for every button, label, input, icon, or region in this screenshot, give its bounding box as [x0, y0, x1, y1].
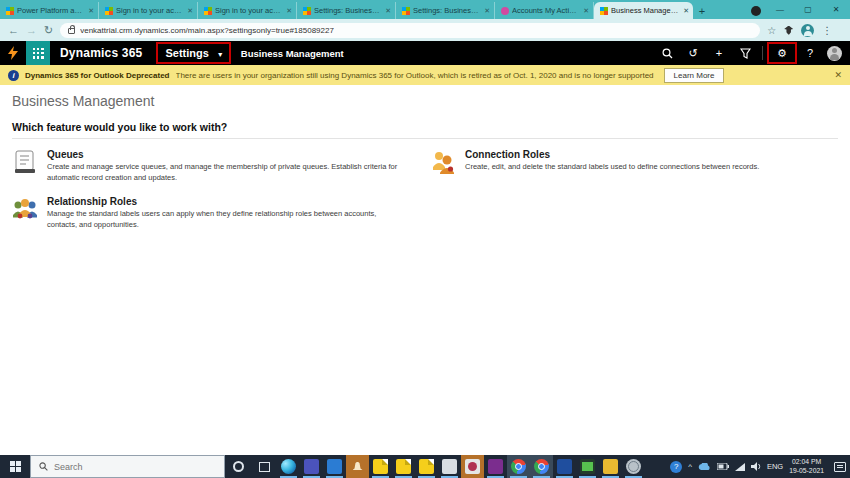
- feature-description: Create and manage service queues, and ma…: [47, 162, 407, 184]
- action-center-icon[interactable]: [834, 462, 846, 472]
- url-text[interactable]: venkattrial.crm.dynamics.com/main.aspx?s…: [80, 26, 334, 35]
- settings-gear-highlighted[interactable]: ⚙: [767, 42, 797, 64]
- battery-icon[interactable]: [717, 463, 729, 470]
- tab-sign-in-1[interactable]: Sign in to your accou ✕: [99, 2, 198, 19]
- sticky-note-icon[interactable]: [415, 455, 438, 478]
- tab-close-icon[interactable]: ✕: [484, 7, 490, 15]
- new-tab-button[interactable]: +: [693, 2, 711, 19]
- task-view-icon[interactable]: [251, 455, 277, 478]
- feature-title[interactable]: Relationship Roles: [47, 196, 407, 207]
- microsoft-favicon-icon: [600, 7, 608, 15]
- feature-relationship-roles[interactable]: Relationship Roles Manage the standard l…: [12, 196, 420, 231]
- network-signal-icon[interactable]: [735, 463, 745, 471]
- microsoft-favicon-icon: [6, 7, 14, 15]
- tab-close-icon[interactable]: ✕: [683, 7, 689, 15]
- search-icon[interactable]: [654, 41, 680, 65]
- browser-globe-icon[interactable]: [622, 455, 645, 478]
- tab-title: Accounts My Active A: [512, 6, 580, 15]
- onedrive-cloud-icon[interactable]: [698, 463, 711, 471]
- quick-create-plus-icon[interactable]: +: [706, 41, 732, 65]
- close-window-button[interactable]: ✕: [822, 5, 850, 14]
- chrome-profile-icon[interactable]: [530, 455, 553, 478]
- extension-pin-icon[interactable]: [784, 26, 793, 35]
- help-icon[interactable]: ?: [797, 41, 823, 65]
- settings-area-label[interactable]: Settings: [165, 47, 208, 59]
- power-platform-bolt-icon[interactable]: [0, 41, 26, 65]
- microsoft-favicon-icon: [402, 7, 410, 15]
- help-assistant-icon[interactable]: ?: [670, 461, 682, 473]
- tab-close-icon[interactable]: ✕: [187, 7, 193, 15]
- feature-description: Manage the standard labels users can app…: [47, 209, 407, 231]
- tab-settings-business-2[interactable]: Settings: Business Ma ✕: [396, 2, 495, 19]
- purple-app-icon[interactable]: [484, 455, 507, 478]
- start-button[interactable]: [0, 455, 30, 478]
- media-controls-icon[interactable]: [751, 6, 761, 16]
- tab-title: Business Managemen: [611, 6, 680, 15]
- screen-share-icon[interactable]: [576, 455, 599, 478]
- feature-title[interactable]: Connection Roles: [465, 149, 759, 160]
- notification-bell-icon[interactable]: [346, 455, 369, 478]
- recent-history-icon[interactable]: ↺: [680, 41, 706, 65]
- teams-icon[interactable]: [300, 455, 323, 478]
- window-controls: — ▢ ✕: [766, 0, 850, 19]
- edge-icon[interactable]: [277, 455, 300, 478]
- gear-icon[interactable]: ⚙: [777, 47, 787, 60]
- settings-area-dropdown-highlighted[interactable]: Settings ▼: [156, 42, 230, 64]
- clock-time: 02:04 PM: [789, 458, 824, 467]
- feature-text: Relationship Roles Manage the standard l…: [47, 196, 407, 231]
- refresh-icon[interactable]: ↻: [44, 24, 53, 37]
- back-icon[interactable]: ←: [8, 24, 19, 36]
- desktop-screen: Power Platform admi ✕ Sign in to your ac…: [0, 0, 850, 478]
- tab-sign-in-2[interactable]: Sign in to your accou ✕: [198, 2, 297, 19]
- browser-profile-avatar[interactable]: [801, 24, 814, 37]
- feature-connection-roles[interactable]: Connection Roles Create, edit, and delet…: [430, 149, 838, 184]
- sticky-note-icon[interactable]: [369, 455, 392, 478]
- notes-book-icon[interactable]: [599, 455, 622, 478]
- cortana-icon[interactable]: [225, 455, 251, 478]
- tab-business-management-active[interactable]: Business Managemen ✕: [594, 2, 693, 19]
- browser-menu-icon[interactable]: ⋮: [822, 25, 832, 36]
- tab-close-icon[interactable]: ✕: [286, 7, 292, 15]
- tab-settings-business-1[interactable]: Settings: Business Ma ✕: [297, 2, 396, 19]
- learn-more-button[interactable]: Learn More: [664, 68, 725, 83]
- language-indicator[interactable]: ENG: [767, 462, 783, 471]
- blue-app-icon[interactable]: [553, 455, 576, 478]
- tab-power-platform[interactable]: Power Platform admi ✕: [0, 2, 99, 19]
- bookmark-star-icon[interactable]: ☆: [767, 25, 776, 36]
- feature-queues[interactable]: Queues Create and manage service queues,…: [12, 149, 420, 184]
- minimize-button[interactable]: —: [766, 5, 794, 14]
- feature-title[interactable]: Queues: [47, 149, 407, 160]
- volume-icon[interactable]: [751, 462, 761, 471]
- chevron-down-icon[interactable]: ▼: [217, 51, 224, 58]
- chrome-icon[interactable]: [507, 455, 530, 478]
- tab-title: Power Platform admi: [17, 6, 85, 15]
- outlook-icon[interactable]: [323, 455, 346, 478]
- address-bar[interactable]: venkattrial.crm.dynamics.com/main.aspx?s…: [60, 23, 760, 38]
- microsoft-favicon-icon: [204, 7, 212, 15]
- breadcrumb-business-management[interactable]: Business Management: [241, 48, 344, 59]
- navbar-divider: [762, 46, 763, 60]
- maximize-button[interactable]: ▢: [794, 5, 822, 14]
- search-input[interactable]: [54, 462, 194, 472]
- taskbar-clock[interactable]: 02:04 PM 19-05-2021: [789, 458, 824, 476]
- user-avatar[interactable]: [827, 46, 842, 61]
- media-app-icon[interactable]: [461, 455, 484, 478]
- tab-close-icon[interactable]: ✕: [385, 7, 391, 15]
- navbar-actions: ↺ + ⚙ ?: [654, 41, 850, 65]
- filter-funnel-icon[interactable]: [732, 41, 758, 65]
- banner-close-icon[interactable]: ✕: [834, 70, 842, 80]
- file-explorer-icon[interactable]: [438, 455, 461, 478]
- tab-close-icon[interactable]: ✕: [583, 7, 589, 15]
- tab-close-icon[interactable]: ✕: [88, 7, 94, 15]
- dynamics-365-logo[interactable]: Dynamics 365: [50, 46, 156, 60]
- feature-text: Queues Create and manage service queues,…: [47, 149, 407, 184]
- app-launcher-waffle-icon[interactable]: [26, 41, 50, 65]
- clock-date: 19-05-2021: [789, 467, 824, 476]
- sticky-note-icon[interactable]: [392, 455, 415, 478]
- tray-expand-icon[interactable]: ^: [688, 462, 692, 471]
- outlook-deprecated-banner: i Dynamics 365 for Outlook Deprecated Th…: [0, 65, 850, 85]
- taskbar-search-box[interactable]: [30, 455, 225, 478]
- forward-icon[interactable]: →: [26, 24, 37, 36]
- banner-message: There are users in your organization sti…: [176, 71, 654, 80]
- tab-accounts-active[interactable]: Accounts My Active A ✕: [495, 2, 594, 19]
